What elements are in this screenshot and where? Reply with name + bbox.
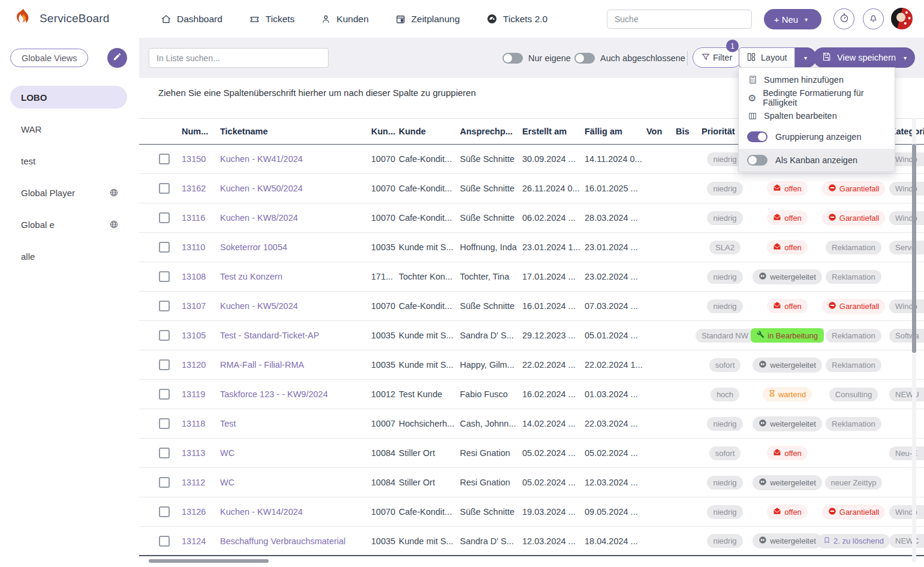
list-search-input[interactable] <box>149 48 329 68</box>
ticket-number[interactable]: 13150 <box>177 154 216 164</box>
col-ticketname[interactable]: Ticketname <box>216 127 367 136</box>
table-row[interactable]: 13110 Soketerror 10054 10035 Kunde mit S… <box>139 233 924 262</box>
nav-dashboard[interactable]: Dashboard <box>161 14 222 25</box>
table-row[interactable]: 13108 Test zu Konzern 171... Tochter Kon… <box>139 262 924 292</box>
ticket-name[interactable]: Test zu Konzern <box>216 272 367 281</box>
table-row[interactable]: 13105 Test - Standard-Ticket-AP 10035 Ku… <box>139 321 924 350</box>
sidebar-view-item[interactable]: WAR <box>10 118 127 140</box>
table-row[interactable]: 13118 Test 10007 Hochsicherh... Cash, Jo… <box>139 409 924 439</box>
menu-summen-hinzufuegen[interactable]: Summen hinzufügen <box>739 71 895 89</box>
ticket-name[interactable]: Taskforce 123 - - KW9/2024 <box>216 389 367 399</box>
ticket-name[interactable]: RMA-Fall - Filial-RMA <box>216 360 367 370</box>
ticket-name[interactable]: WC <box>216 478 367 487</box>
table-row[interactable]: 13126 Kuchen - KW14/2024 10070 Cafe-Kond… <box>139 497 924 527</box>
ticket-name[interactable]: Kuchen - KW5/2024 <box>216 301 367 311</box>
layout-button[interactable]: Layout <box>739 47 795 68</box>
ticket-number[interactable]: 13120 <box>177 360 216 370</box>
timer-button[interactable] <box>833 8 854 29</box>
chevron-down-icon[interactable]: ▾ <box>805 16 821 23</box>
row-checkbox[interactable] <box>159 301 170 311</box>
ticket-name[interactable]: Beschaffung Verbrauchsmaterial <box>216 536 367 546</box>
nav-kunden[interactable]: Kunden <box>321 14 368 25</box>
row-checkbox[interactable] <box>159 242 170 253</box>
menu-spalten-bearbeiten[interactable]: Spalten bearbeiten <box>739 107 895 125</box>
col-kundennr[interactable]: Kun... <box>367 127 395 136</box>
menu-gruppierung-anzeigen[interactable]: Gruppierung anzeigen <box>739 125 895 149</box>
ticket-number[interactable]: 13105 <box>177 331 216 340</box>
ticket-name[interactable]: Kuchen - KW41/2024 <box>216 154 367 164</box>
ticket-number[interactable]: 13113 <box>177 448 216 458</box>
row-checkbox[interactable] <box>159 271 170 282</box>
ticket-name[interactable]: WC <box>216 448 367 458</box>
ticket-number[interactable]: 13110 <box>177 242 216 252</box>
row-checkbox[interactable] <box>159 448 170 458</box>
menu-bedingte-formatierung[interactable]: ⚙ Bedingte Formatierung für Fälligkeit <box>739 89 895 107</box>
row-checkbox[interactable] <box>159 536 170 547</box>
row-checkbox[interactable] <box>159 330 170 341</box>
ticket-number[interactable]: 13119 <box>177 389 216 399</box>
ticket-number[interactable]: 13118 <box>177 419 216 428</box>
status-label: weitergeleitet <box>770 536 816 545</box>
ticket-number[interactable]: 13124 <box>177 536 216 546</box>
col-erstellt-am[interactable]: Erstellt am <box>518 127 580 136</box>
sidebar-view-item[interactable]: alle <box>10 245 127 268</box>
ticket-name[interactable]: Test - Standard-Ticket-AP <box>216 331 367 340</box>
avatar[interactable] <box>891 8 913 29</box>
ticket-number[interactable]: 13162 <box>177 184 216 193</box>
chevron-down-icon[interactable]: ▾ <box>904 55 907 61</box>
col-ansprechpartner[interactable]: Ansprechp... <box>456 127 518 136</box>
col-von[interactable]: Von <box>642 127 672 136</box>
ticket-number[interactable]: 13107 <box>177 301 216 311</box>
row-checkbox[interactable] <box>159 418 170 429</box>
sidebar-view-item[interactable]: LOBO <box>10 86 127 109</box>
table-row[interactable]: 13113 WC 10084 Stiller Ort Resi Gnation … <box>139 439 924 468</box>
col-faellig-am[interactable]: Fällig am <box>580 127 642 136</box>
row-checkbox[interactable] <box>159 477 170 488</box>
ticket-number[interactable]: 13108 <box>177 272 216 281</box>
table-row[interactable]: 13119 Taskforce 123 - - KW9/2024 10012 T… <box>139 380 924 409</box>
globale-views-button[interactable]: Globale Views <box>10 49 88 67</box>
nav-tickets-20[interactable]: Tickets 2.0 <box>486 13 547 25</box>
notifications-button[interactable] <box>863 8 884 29</box>
ticket-name[interactable]: Soketerror 10054 <box>216 242 367 252</box>
table-row[interactable]: 13116 Kuchen - KW8/2024 10070 Cafe-Kondi… <box>139 203 924 233</box>
row-checkbox[interactable] <box>159 389 170 400</box>
edit-views-button[interactable] <box>107 48 127 68</box>
sidebar-view-item[interactable]: test <box>10 149 127 172</box>
row-checkbox[interactable] <box>159 212 170 223</box>
global-search-input[interactable] <box>607 10 752 29</box>
table-row[interactable]: 13107 Kuchen - KW5/2024 10070 Cafe-Kondi… <box>139 292 924 321</box>
sidebar-view-item[interactable]: Global e <box>10 213 127 236</box>
nav-tickets[interactable]: Tickets <box>249 14 295 25</box>
save-view-button[interactable]: View speichern ▾ <box>813 47 915 68</box>
menu-als-kanban-anzeigen[interactable]: Als Kanban anzeigen <box>739 149 895 172</box>
gruppierung-toggle[interactable] <box>747 131 768 142</box>
col-kunde[interactable]: Kunde <box>395 127 456 136</box>
ticket-number[interactable]: 13116 <box>177 213 216 223</box>
row-checkbox[interactable] <box>159 506 170 517</box>
ticket-name[interactable]: Kuchen - KW8/2024 <box>216 213 367 223</box>
table-row[interactable]: 13162 Kuchen - KW50/2024 10070 Cafe-Kond… <box>139 174 924 203</box>
col-nummer[interactable]: Num... <box>177 127 216 136</box>
row-checkbox[interactable] <box>159 154 170 164</box>
kanban-toggle[interactable] <box>747 155 768 166</box>
table-row[interactable]: 13120 RMA-Fall - Filial-RMA 10035 Kunde … <box>139 350 924 380</box>
new-button[interactable]: + Neu ▾ <box>764 9 821 29</box>
ticket-name[interactable]: Kuchen - KW14/2024 <box>216 507 367 517</box>
auch-abgeschlossene-toggle[interactable] <box>574 53 595 64</box>
table-row[interactable]: 13124 Beschaffung Verbrauchsmaterial 100… <box>139 527 924 556</box>
ticket-name[interactable]: Test <box>216 419 367 428</box>
nur-eigene-toggle[interactable] <box>502 53 523 64</box>
table-row[interactable]: 13112 WC 10084 Stiller Ort Resi Gnation … <box>139 468 924 497</box>
ticket-number[interactable]: 13112 <box>177 478 216 487</box>
row-checkbox[interactable] <box>159 183 170 194</box>
fall-type-badge: Reklamation <box>826 329 881 343</box>
row-checkbox[interactable] <box>159 359 170 370</box>
ticket-number[interactable]: 13126 <box>177 507 216 517</box>
nav-zeitplanung[interactable]: Zeitplanung <box>395 14 460 25</box>
horizontal-scrollbar-thumb[interactable] <box>149 559 269 563</box>
ticket-name[interactable]: Kuchen - KW50/2024 <box>216 184 367 193</box>
vertical-scrollbar-thumb[interactable] <box>912 144 916 353</box>
sidebar-view-item[interactable]: Global Player <box>10 181 127 204</box>
col-bis[interactable]: Bis <box>672 127 697 136</box>
